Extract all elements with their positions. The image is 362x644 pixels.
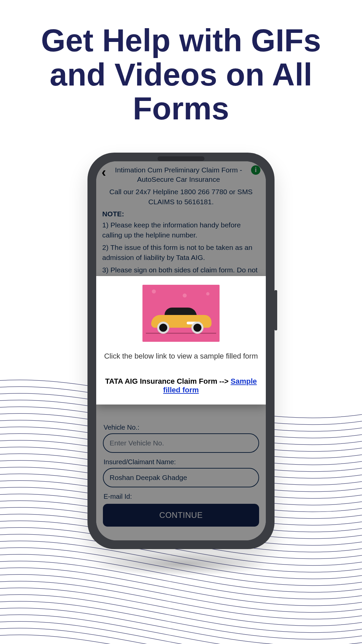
help-popup: Click the below link to view a sample fi… xyxy=(96,276,266,405)
phone-side-button xyxy=(275,290,277,330)
page-headline: Get Help with GIFs and Videos on All For… xyxy=(0,0,362,126)
phone-screen: ‹ Intimation Cum Preliminary Claim Form … xyxy=(96,161,266,540)
phone-shadow xyxy=(94,552,268,576)
car-illustration xyxy=(142,285,220,342)
popup-description: Click the below link to view a sample fi… xyxy=(102,351,260,362)
popup-form-line: TATA AIG Insurance Claim Form --> Sample… xyxy=(102,377,260,394)
popup-form-prefix: TATA AIG Insurance Claim Form --> xyxy=(105,377,231,385)
phone-frame: ‹ Intimation Cum Preliminary Claim Form … xyxy=(87,153,275,549)
